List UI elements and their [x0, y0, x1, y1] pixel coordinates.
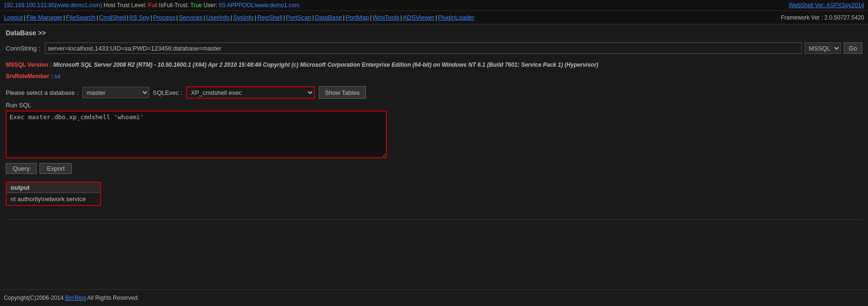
connstring-input[interactable]: [45, 42, 801, 54]
connstring-label: ConnString :: [6, 45, 40, 52]
is-full-trust-value: True: [191, 2, 202, 9]
nav-regshell[interactable]: RegShell: [257, 14, 283, 21]
sql-textarea-wrapper: Exec master.dbo.xp_cmdshell 'whoami': [6, 111, 387, 158]
nav-links: Logout | File Manager | FileSearch | Cmd…: [4, 14, 474, 21]
sep-12: |: [343, 14, 344, 21]
framework-ver: Framework Ver : 2.0.50727.5420: [781, 14, 864, 21]
nav-cmdshell[interactable]: CmdShell: [99, 14, 126, 21]
nav-pluginloader[interactable]: PluginLoader: [438, 14, 474, 21]
divider: [6, 219, 862, 220]
show-tables-button[interactable]: Show Tables: [319, 86, 366, 99]
sep-2: |: [63, 14, 65, 21]
sep-9: |: [255, 14, 256, 21]
sep-13: |: [370, 14, 372, 21]
nav-bar: Logout | File Manager | FileSearch | Cmd…: [0, 11, 868, 24]
export-button[interactable]: Export: [40, 163, 72, 174]
sep-10: |: [283, 14, 285, 21]
sql-textarea[interactable]: Exec master.dbo.xp_cmdshell 'whoami': [7, 112, 386, 157]
version-label: MSSQL Version :: [6, 61, 51, 68]
nav-database[interactable]: DataBase: [315, 14, 342, 21]
srv-role-label: SrvRoleMember :: [6, 73, 53, 80]
sep-11: |: [313, 14, 314, 21]
nav-filesearch[interactable]: FileSearch: [66, 14, 95, 21]
ip-address: 192.168.100.131:80(www.demo1.com): [4, 2, 102, 9]
query-button[interactable]: Query: [6, 163, 37, 174]
db-select-row: Please select a database : master tempdb…: [6, 86, 862, 99]
webshell-ver: WebShell Ver: ASPXSpy2014: [789, 2, 864, 9]
page-title: DataBase >>: [6, 29, 862, 37]
version-line: MSSQL Version : Microsoft SQL Server 200…: [6, 61, 862, 69]
action-row: Query Export: [6, 163, 862, 174]
db-type-select[interactable]: MSSQL MySQL Oracle: [805, 42, 841, 54]
user-label: User:: [203, 2, 217, 9]
sep-6: |: [176, 14, 178, 21]
top-bar-info: 192.168.100.131:80(www.demo1.com) Host T…: [4, 2, 300, 9]
nav-portscan[interactable]: PortScan: [286, 14, 311, 21]
srv-role-line: SrvRoleMember : sa: [6, 73, 862, 80]
conn-row: ConnString : MSSQL MySQL Oracle Go: [6, 42, 862, 54]
nav-iis-spy[interactable]: IIS Spy: [130, 14, 150, 21]
nav-userinfo[interactable]: UserInfo: [206, 14, 230, 21]
user-value: IIS APPPOOL\www.demo1.com: [219, 2, 299, 9]
sqlexec-select[interactable]: XP_cmdshell exec exec xp_cmdshell: [186, 86, 315, 99]
sep-7: |: [203, 14, 205, 21]
nav-file-manager[interactable]: File Manager: [26, 14, 62, 21]
version-text: Microsoft SQL Server 2008 R2 (RTM) - 10.…: [53, 61, 598, 68]
sep-4: |: [127, 14, 128, 21]
main-content: DataBase >> ConnString : MSSQL MySQL Ora…: [0, 24, 868, 228]
sep-1: |: [24, 14, 25, 21]
sep-3: |: [97, 14, 98, 21]
nav-process[interactable]: Process: [153, 14, 175, 21]
nav-logout[interactable]: Logout: [4, 14, 23, 21]
srv-role-value: sa: [54, 73, 61, 80]
sep-5: |: [151, 14, 152, 21]
sep-8: |: [231, 14, 232, 21]
nav-portmap[interactable]: PortMap: [345, 14, 369, 21]
top-bar: 192.168.100.131:80(www.demo1.com) Host T…: [0, 0, 868, 11]
output-value: nt authority\network service: [7, 193, 100, 205]
is-full-trust-label: IsFull-Trust:: [159, 2, 189, 9]
host-trust-label: Host Trust Level:: [103, 2, 146, 9]
nav-adsviewer[interactable]: ADSViewer: [403, 14, 434, 21]
go-button[interactable]: Go: [844, 42, 862, 54]
nav-sysinfo[interactable]: SysInfo: [233, 14, 253, 21]
nav-wmitools[interactable]: WmiTools: [373, 14, 399, 21]
output-section: output nt authority\network service: [6, 182, 101, 206]
nav-services[interactable]: Services: [179, 14, 202, 21]
sqlexec-label: SQLExec :: [153, 89, 182, 96]
sep-15: |: [435, 14, 437, 21]
run-sql-label: Run SQL: [6, 102, 862, 109]
trust-level-value: Full: [148, 2, 157, 9]
sep-14: |: [400, 14, 402, 21]
output-header: output: [7, 183, 100, 193]
db-select-label: Please select a database :: [6, 89, 79, 96]
db-select[interactable]: master tempdb model msdb: [82, 87, 149, 98]
